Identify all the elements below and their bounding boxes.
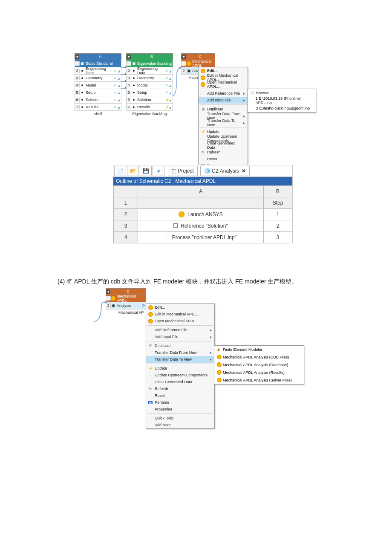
system-cell[interactable]: 5●Setup✓◢ <box>126 89 173 96</box>
lambda-icon <box>217 362 222 367</box>
launch-ansys-row[interactable]: Launch ANSYS <box>138 209 264 220</box>
process-inp-row[interactable]: Process "nonliner APDL.inp" <box>138 232 264 243</box>
system-cell[interactable]: 3●Geometry✓◢ <box>126 75 173 82</box>
recent-file[interactable]: 2 E:\test\d-buckling\upgeom.inp <box>248 104 316 112</box>
col-a: A <box>138 186 264 197</box>
menu-item[interactable]: Edit... <box>146 304 214 311</box>
sys-title: Mechanical APDL <box>116 294 146 303</box>
lambda-icon <box>148 319 153 324</box>
col-b: B <box>264 186 292 197</box>
new-button[interactable]: 📄 <box>114 166 126 176</box>
panel-title: Outline of Schematic C2 : Mechanical APD… <box>113 177 292 185</box>
system-a[interactable]: ▾ A 1▣Static Structural 2●Engineering Da… <box>75 53 121 116</box>
dropdown-icon[interactable]: ▾ <box>127 55 131 59</box>
open-button[interactable]: 📂 <box>127 166 139 176</box>
menu-item[interactable]: Update Upstream Components <box>146 372 214 379</box>
menu-item[interactable]: Clear Generated Data <box>146 379 214 385</box>
lambda-icon <box>217 378 222 382</box>
step-header: Step <box>264 197 292 209</box>
menu-item[interactable]: ⎘Duplicate <box>146 342 214 349</box>
system-c2[interactable]: ▾ C 1Mechanical APDL 2▣Analysis⟳ Mechani… <box>106 288 146 315</box>
system-b[interactable]: ▾ B 1▣Eigenvalue Buckling 2●Engineering … <box>126 53 173 116</box>
context-menu-2[interactable]: Edit...Edit in Mechanical APDL...Open Me… <box>146 304 215 429</box>
menu-item[interactable]: Quick Help <box>146 415 214 422</box>
sys-caption: Mechanical AP <box>106 310 146 315</box>
browse-submenu[interactable]: 📄Browse... 1 E:\2018.03.16 S\nonliner AP… <box>247 89 316 113</box>
submenu-item[interactable]: Mechanical APDL Analysis (CDB Files) <box>214 353 304 361</box>
menu-item[interactable]: ⚡Update <box>146 365 214 372</box>
menu-item[interactable]: Add Reference File▸ <box>146 327 214 333</box>
lambda-icon <box>111 296 116 301</box>
recent-file[interactable]: 1 E:\2018.03.16 S\nonliner APDL.inp <box>248 97 316 104</box>
col-letter: B <box>131 55 173 59</box>
menu-item[interactable]: ↻Refresh <box>146 385 214 392</box>
menu-item[interactable]: Edit in Mechanical APDL... <box>146 311 214 318</box>
fe-icon: ◉ <box>217 347 220 352</box>
menu-item[interactable]: Add Reference File▸ <box>199 90 248 97</box>
system-cell[interactable]: 2●Engineering Data✓◢ <box>75 67 121 75</box>
system-cell[interactable]: 6●Solution⚡◢ <box>126 96 173 104</box>
sys-a-caption: shell <box>75 112 121 116</box>
menu-item[interactable]: Add Note <box>146 422 214 428</box>
submenu-item[interactable]: ◉Finite Element Modeler <box>214 346 304 353</box>
submenu-item[interactable]: Mechanical APDL Analysis (Results) <box>214 369 304 376</box>
rename-icon: ab <box>148 401 153 404</box>
menu-item[interactable]: Transfer Data To New▸ <box>199 119 248 126</box>
duplicate-icon: ⎘ <box>202 107 204 111</box>
outline-table: AB 1Step 2 Launch ANSYS1 3 Reference "So… <box>113 185 292 243</box>
analysis-cell[interactable]: Analysis <box>116 304 141 308</box>
menu-item[interactable]: Transfer Data From New▸ <box>146 349 214 356</box>
duplicate-icon: ⎘ <box>150 344 152 348</box>
dropdown-icon[interactable]: ▾ <box>106 289 110 294</box>
lambda-icon <box>201 82 205 87</box>
submenu-item[interactable]: Mechanical APDL Analysis (Database) <box>214 361 304 369</box>
refresh-icon: ↻ <box>201 150 205 154</box>
menu-item[interactable]: Add Input File▸ <box>199 97 248 104</box>
wb-button[interactable]: ⎈ <box>153 166 164 176</box>
menu-item[interactable]: Open Mechanical APDL... <box>199 81 248 88</box>
sys-b-caption: Eigenvalue Buckling <box>126 112 173 116</box>
system-cell[interactable]: 6●Solution✓◢ <box>75 96 121 104</box>
svg-point-9 <box>104 301 107 304</box>
square-icon <box>173 223 178 228</box>
cube-icon: 🧊 <box>204 168 210 174</box>
menu-item[interactable]: Add Input File▸ <box>146 333 214 340</box>
menu-item[interactable]: ↻Refresh <box>199 149 248 156</box>
dropdown-icon[interactable]: ▾ <box>182 55 186 59</box>
reference-solution-row[interactable]: Reference "Solution" <box>138 220 264 232</box>
system-cell[interactable]: 4●Model✓◢ <box>126 82 173 89</box>
lambda-icon <box>148 312 153 317</box>
instruction-text: (4) 将 APDL 生产的 cdb 文件导入到 FE modeler 模块，并… <box>58 278 297 286</box>
save-button[interactable]: 💾 <box>140 166 152 176</box>
system-cell[interactable]: 4●Model✓◢ <box>75 82 121 89</box>
system-cell[interactable]: 7●Results✓◢ <box>75 104 121 111</box>
col-letter: C <box>110 289 146 294</box>
menu-item[interactable]: Reset <box>146 392 214 399</box>
update-icon: ⚡ <box>148 366 153 370</box>
browse-item[interactable]: 📄Browse... <box>248 89 316 97</box>
refresh-icon: ↻ <box>149 387 152 391</box>
tab-project[interactable]: ⬚ Project <box>168 166 198 176</box>
menu-item[interactable]: Clear Generated Data <box>199 142 248 149</box>
system-cell[interactable]: 5●Setup✓◢ <box>75 89 121 96</box>
menu-item[interactable]: abRename <box>146 399 214 406</box>
system-cell[interactable]: 3●Geometry✓◢ <box>75 75 121 82</box>
transfer-submenu[interactable]: ◉Finite Element ModelerMechanical APDL A… <box>214 345 304 384</box>
menu-item[interactable]: Transfer Data To New▸ <box>146 356 214 363</box>
dropdown-icon[interactable]: ▾ <box>75 55 79 59</box>
col-letter: A <box>79 55 121 59</box>
menu-item[interactable]: Properties <box>146 406 214 413</box>
tab-c2[interactable]: 🧊 C2:Analysis ✕ <box>200 166 250 176</box>
system-cell[interactable]: 2●Engineering Data✓◢ <box>126 67 173 75</box>
menu-item[interactable]: Reset <box>199 156 248 162</box>
lambda-icon <box>186 61 191 66</box>
sys-c-title: Mechanical APDL <box>191 59 215 68</box>
lambda-icon <box>201 75 205 80</box>
submenu-item[interactable]: Mechanical APDL Analysis (Solver Files) <box>214 376 304 384</box>
close-icon[interactable]: ✕ <box>242 168 246 174</box>
system-cell[interactable]: 7●Results⚡◢ <box>126 104 173 111</box>
project-icon: ⬚ <box>172 168 176 174</box>
menu-item[interactable]: Open Mechanical APDL... <box>146 318 214 324</box>
col-letter: C <box>186 55 215 59</box>
update-icon: ⚡ <box>201 130 205 134</box>
